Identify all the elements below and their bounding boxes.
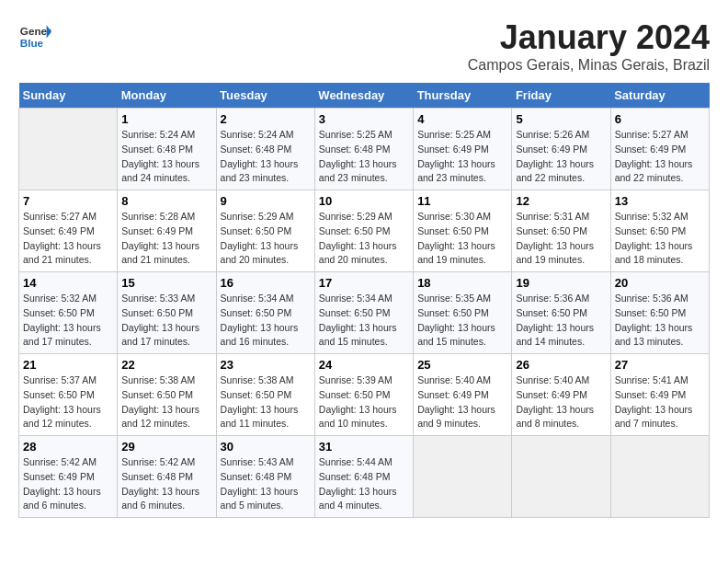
calendar-cell: 31Sunrise: 5:44 AM Sunset: 6:48 PM Dayli… [314, 436, 413, 518]
calendar-cell: 15Sunrise: 5:33 AM Sunset: 6:50 PM Dayli… [118, 272, 216, 354]
day-number: 1 [121, 112, 211, 126]
day-detail: Sunrise: 5:34 AM Sunset: 6:50 PM Dayligh… [319, 292, 409, 350]
calendar-cell [414, 436, 512, 518]
day-detail: Sunrise: 5:40 AM Sunset: 6:49 PM Dayligh… [417, 373, 507, 431]
day-detail: Sunrise: 5:27 AM Sunset: 6:49 PM Dayligh… [23, 210, 113, 268]
day-detail: Sunrise: 5:42 AM Sunset: 6:49 PM Dayligh… [23, 455, 113, 513]
day-number: 12 [516, 194, 606, 208]
day-detail: Sunrise: 5:39 AM Sunset: 6:50 PM Dayligh… [319, 373, 409, 431]
day-detail: Sunrise: 5:31 AM Sunset: 6:50 PM Dayligh… [516, 210, 606, 268]
calendar-cell: 22Sunrise: 5:38 AM Sunset: 6:50 PM Dayli… [118, 354, 216, 436]
calendar-cell: 5Sunrise: 5:26 AM Sunset: 6:49 PM Daylig… [512, 109, 610, 190]
day-number: 18 [417, 276, 507, 290]
day-detail: Sunrise: 5:36 AM Sunset: 6:50 PM Dayligh… [615, 292, 705, 350]
calendar-cell: 29Sunrise: 5:42 AM Sunset: 6:48 PM Dayli… [118, 436, 216, 518]
calendar-cell: 6Sunrise: 5:27 AM Sunset: 6:49 PM Daylig… [610, 109, 709, 190]
calendar-cell [19, 109, 118, 190]
calendar-cell: 26Sunrise: 5:40 AM Sunset: 6:49 PM Dayli… [512, 354, 610, 436]
calendar-cell: 21Sunrise: 5:37 AM Sunset: 6:50 PM Dayli… [19, 354, 118, 436]
calendar-week-1: 1Sunrise: 5:24 AM Sunset: 6:48 PM Daylig… [19, 109, 710, 190]
day-detail: Sunrise: 5:40 AM Sunset: 6:49 PM Dayligh… [516, 373, 606, 431]
day-number: 6 [615, 112, 705, 126]
day-detail: Sunrise: 5:28 AM Sunset: 6:49 PM Dayligh… [121, 210, 211, 268]
day-number: 4 [417, 112, 507, 126]
day-detail: Sunrise: 5:38 AM Sunset: 6:50 PM Dayligh… [221, 373, 311, 431]
day-number: 16 [221, 276, 311, 290]
day-detail: Sunrise: 5:37 AM Sunset: 6:50 PM Dayligh… [23, 373, 113, 431]
calendar-cell: 7Sunrise: 5:27 AM Sunset: 6:49 PM Daylig… [19, 190, 118, 272]
day-number: 31 [319, 440, 409, 454]
day-number: 26 [516, 358, 606, 372]
calendar-cell: 30Sunrise: 5:43 AM Sunset: 6:48 PM Dayli… [216, 436, 314, 518]
calendar-cell: 11Sunrise: 5:30 AM Sunset: 6:50 PM Dayli… [414, 190, 512, 272]
page-header: General Blue January 2024 Campos Gerais,… [18, 18, 710, 74]
calendar-cell: 8Sunrise: 5:28 AM Sunset: 6:49 PM Daylig… [118, 190, 216, 272]
calendar-cell: 14Sunrise: 5:32 AM Sunset: 6:50 PM Dayli… [19, 272, 118, 354]
day-detail: Sunrise: 5:36 AM Sunset: 6:50 PM Dayligh… [516, 292, 606, 350]
day-number: 20 [615, 276, 705, 290]
page-subtitle: Campos Gerais, Minas Gerais, Brazil [468, 57, 710, 74]
day-number: 10 [319, 194, 409, 208]
day-detail: Sunrise: 5:43 AM Sunset: 6:48 PM Dayligh… [221, 455, 311, 513]
day-detail: Sunrise: 5:26 AM Sunset: 6:49 PM Dayligh… [516, 128, 606, 186]
day-detail: Sunrise: 5:24 AM Sunset: 6:48 PM Dayligh… [221, 128, 311, 186]
day-detail: Sunrise: 5:25 AM Sunset: 6:49 PM Dayligh… [417, 128, 507, 186]
day-number: 2 [221, 112, 311, 126]
page-title: January 2024 [468, 18, 710, 57]
day-number: 15 [121, 276, 211, 290]
day-detail: Sunrise: 5:30 AM Sunset: 6:50 PM Dayligh… [417, 210, 507, 268]
day-detail: Sunrise: 5:35 AM Sunset: 6:50 PM Dayligh… [417, 292, 507, 350]
day-detail: Sunrise: 5:38 AM Sunset: 6:50 PM Dayligh… [121, 373, 211, 431]
calendar-cell: 28Sunrise: 5:42 AM Sunset: 6:49 PM Dayli… [19, 436, 118, 518]
header-wednesday: Wednesday [314, 83, 413, 109]
day-detail: Sunrise: 5:44 AM Sunset: 6:48 PM Dayligh… [319, 455, 409, 513]
calendar-cell: 25Sunrise: 5:40 AM Sunset: 6:49 PM Dayli… [414, 354, 512, 436]
calendar-week-5: 28Sunrise: 5:42 AM Sunset: 6:49 PM Dayli… [19, 436, 710, 518]
calendar-cell: 3Sunrise: 5:25 AM Sunset: 6:48 PM Daylig… [314, 109, 413, 190]
calendar-cell: 18Sunrise: 5:35 AM Sunset: 6:50 PM Dayli… [414, 272, 512, 354]
header-thursday: Thursday [414, 83, 512, 109]
calendar-cell: 9Sunrise: 5:29 AM Sunset: 6:50 PM Daylig… [216, 190, 314, 272]
calendar-table: SundayMondayTuesdayWednesdayThursdayFrid… [18, 83, 710, 518]
day-detail: Sunrise: 5:34 AM Sunset: 6:50 PM Dayligh… [221, 292, 311, 350]
header-sunday: Sunday [19, 83, 118, 109]
day-number: 21 [23, 358, 113, 372]
day-detail: Sunrise: 5:33 AM Sunset: 6:50 PM Dayligh… [121, 292, 211, 350]
day-detail: Sunrise: 5:24 AM Sunset: 6:48 PM Dayligh… [121, 128, 211, 186]
calendar-cell: 10Sunrise: 5:29 AM Sunset: 6:50 PM Dayli… [314, 190, 413, 272]
day-number: 19 [516, 276, 606, 290]
day-detail: Sunrise: 5:27 AM Sunset: 6:49 PM Dayligh… [615, 128, 705, 186]
day-detail: Sunrise: 5:29 AM Sunset: 6:50 PM Dayligh… [221, 210, 311, 268]
calendar-week-3: 14Sunrise: 5:32 AM Sunset: 6:50 PM Dayli… [19, 272, 710, 354]
calendar-cell: 20Sunrise: 5:36 AM Sunset: 6:50 PM Dayli… [610, 272, 709, 354]
header-saturday: Saturday [610, 83, 709, 109]
day-number: 24 [319, 358, 409, 372]
calendar-cell: 17Sunrise: 5:34 AM Sunset: 6:50 PM Dayli… [314, 272, 413, 354]
day-detail: Sunrise: 5:32 AM Sunset: 6:50 PM Dayligh… [23, 292, 113, 350]
day-number: 30 [221, 440, 311, 454]
day-number: 23 [221, 358, 311, 372]
day-number: 3 [319, 112, 409, 126]
day-number: 25 [417, 358, 507, 372]
day-detail: Sunrise: 5:32 AM Sunset: 6:50 PM Dayligh… [615, 210, 705, 268]
logo: General Blue [18, 18, 51, 52]
day-detail: Sunrise: 5:41 AM Sunset: 6:49 PM Dayligh… [615, 373, 705, 431]
calendar-cell: 12Sunrise: 5:31 AM Sunset: 6:50 PM Dayli… [512, 190, 610, 272]
header-tuesday: Tuesday [216, 83, 314, 109]
calendar-cell: 16Sunrise: 5:34 AM Sunset: 6:50 PM Dayli… [216, 272, 314, 354]
calendar-cell: 1Sunrise: 5:24 AM Sunset: 6:48 PM Daylig… [118, 109, 216, 190]
calendar-cell: 2Sunrise: 5:24 AM Sunset: 6:48 PM Daylig… [216, 109, 314, 190]
day-number: 28 [23, 440, 113, 454]
day-number: 13 [615, 194, 705, 208]
calendar-cell: 4Sunrise: 5:25 AM Sunset: 6:49 PM Daylig… [414, 109, 512, 190]
day-detail: Sunrise: 5:29 AM Sunset: 6:50 PM Dayligh… [319, 210, 409, 268]
header-friday: Friday [512, 83, 610, 109]
day-number: 9 [221, 194, 311, 208]
day-number: 14 [23, 276, 113, 290]
day-number: 8 [121, 194, 211, 208]
day-detail: Sunrise: 5:25 AM Sunset: 6:48 PM Dayligh… [319, 128, 409, 186]
calendar-cell: 27Sunrise: 5:41 AM Sunset: 6:49 PM Dayli… [610, 354, 709, 436]
calendar-header: SundayMondayTuesdayWednesdayThursdayFrid… [19, 83, 710, 109]
day-number: 27 [615, 358, 705, 372]
calendar-cell [610, 436, 709, 518]
